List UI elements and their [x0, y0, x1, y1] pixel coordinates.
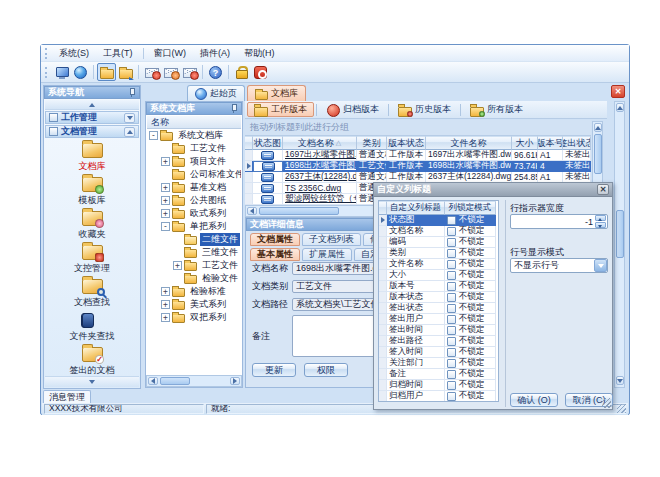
mail-receive-button[interactable] — [161, 63, 180, 81]
expander-plus-icon[interactable]: + — [161, 313, 170, 322]
sidebar-item-checked-out[interactable]: ✓签出的文档 — [45, 343, 139, 375]
tab-message-manager[interactable]: 消息管理 — [43, 390, 91, 403]
globe-button[interactable] — [71, 63, 90, 81]
scroll-down-arrow[interactable] — [616, 376, 624, 385]
tab-all-versions[interactable]: 所有版本 — [463, 102, 530, 117]
tab-history-version[interactable]: 历史版本 — [391, 102, 458, 117]
checkbox-unchecked-icon[interactable] — [447, 381, 456, 390]
dialog-grid-row[interactable]: 归档用户不锁定 — [379, 391, 498, 402]
tree-node[interactable]: 二维文件 — [147, 233, 241, 246]
checkbox-unchecked-icon[interactable] — [447, 227, 456, 236]
dialog-resize-grip[interactable] — [601, 398, 611, 408]
menu-item-3[interactable]: 窗口(W) — [147, 45, 194, 62]
spin-down-icon[interactable] — [595, 222, 606, 228]
detail-subtab-扩展属性[interactable]: 扩展属性 — [302, 248, 352, 261]
scroll-thumb[interactable] — [259, 207, 339, 215]
sidebar-item-library[interactable]: 文档库 — [45, 139, 139, 173]
tree-node[interactable]: 检验文件 — [147, 272, 241, 285]
checkbox-unchecked-icon[interactable] — [447, 392, 456, 401]
dialog-grid-row[interactable]: 状态图不锁定 — [379, 215, 498, 226]
detail-subtab-基本属性[interactable]: 基本属性 — [250, 248, 300, 261]
nav-group-docs[interactable]: 文档管理 — [45, 125, 139, 138]
help-button[interactable] — [206, 63, 225, 81]
dialog-grid-row[interactable]: 编码不锁定 — [379, 237, 498, 248]
expander-plus-icon[interactable]: + — [161, 183, 170, 192]
checkbox-unchecked-icon[interactable] — [447, 304, 456, 313]
menu-item-1[interactable]: 系统(S) — [52, 45, 96, 62]
expander-plus-icon[interactable]: + — [161, 287, 170, 296]
checkbox-unchecked-icon[interactable] — [447, 260, 456, 269]
nav-scroll-up[interactable] — [45, 100, 139, 110]
column-header-5[interactable]: 文件名称 — [426, 136, 512, 150]
pin-icon[interactable] — [229, 104, 238, 113]
checkbox-unchecked-icon[interactable] — [447, 315, 456, 324]
spin-up-icon[interactable] — [595, 215, 606, 221]
ok-button[interactable]: 确认 (O) — [510, 393, 558, 407]
dialog-grid-row[interactable]: 签出用户不锁定 — [379, 314, 498, 325]
table-row[interactable]: 1698出水嘴零件图.dwg工艺文件工作版本1698出水嘴零件图.dwg73.7… — [245, 161, 591, 172]
sidebar-item-favorites[interactable]: 收藏夹 — [45, 207, 139, 241]
checkbox-unchecked-icon[interactable] — [447, 326, 456, 335]
tree-node[interactable]: +基准文档 — [147, 181, 241, 194]
row-indicator-width-spinner[interactable]: -1 — [510, 214, 608, 229]
checkbox-unchecked-icon[interactable] — [447, 370, 456, 379]
close-document-button[interactable]: ✕ — [611, 85, 625, 98]
dialog-title-bar[interactable]: 自定义列标题 ✕ — [374, 183, 612, 197]
expander-plus-icon[interactable]: + — [161, 300, 170, 309]
tab-archive-version[interactable]: 归档版本 — [319, 102, 386, 117]
dialog-grid-row[interactable]: 文档名称不锁定 — [379, 226, 498, 237]
scroll-left-arrow[interactable] — [148, 377, 158, 385]
outer-vscrollbar[interactable] — [614, 101, 625, 388]
dialog-grid-row[interactable]: 版本状态不锁定 — [379, 292, 498, 303]
column-header-8[interactable]: 签出状态 — [563, 136, 591, 150]
tree-node[interactable]: 公司标准文件 — [147, 168, 241, 181]
tree-node[interactable]: +项目文件 — [147, 155, 241, 168]
scroll-up-arrow[interactable] — [594, 123, 602, 132]
pin-icon[interactable] — [127, 88, 136, 97]
tree-node[interactable]: +检验标准 — [147, 285, 241, 298]
dialog-grid-row[interactable]: 签入时间不锁定 — [379, 347, 498, 358]
column-header-6[interactable]: 大小 — [512, 136, 538, 150]
tree-hscrollbar[interactable] — [146, 375, 242, 387]
tree-node[interactable]: +双把系列 — [147, 311, 241, 324]
scroll-left-arrow[interactable] — [247, 207, 257, 215]
nav-group-toggle[interactable] — [124, 127, 135, 137]
expander-plus-icon[interactable]: + — [173, 261, 182, 270]
dialog-grid-row[interactable]: 签出路径不锁定 — [379, 336, 498, 347]
menu-item-5[interactable]: 帮助(H) — [237, 45, 282, 62]
scroll-right-arrow[interactable] — [230, 377, 240, 385]
sidebar-item-doc-control[interactable]: 文控管理 — [45, 241, 139, 275]
scroll-thumb[interactable] — [616, 210, 624, 258]
tree-node[interactable]: 三维文件 — [147, 246, 241, 259]
dialog-column-header-1[interactable]: 自定义列标题 — [387, 201, 445, 215]
drag-grip[interactable] — [45, 67, 48, 78]
dialog-grid-row[interactable]: 大小不锁定 — [379, 270, 498, 281]
tree-node[interactable]: +工艺文件 — [147, 259, 241, 272]
sidebar-item-folder-search[interactable]: 文件夹查找 — [45, 309, 139, 343]
column-header-7[interactable]: 版本号 — [538, 136, 563, 150]
detail-tab-文档属性[interactable]: 文档属性 — [250, 233, 300, 246]
dialog-grid-row[interactable]: 备注不锁定 — [379, 369, 498, 380]
tab-work-version[interactable]: 工作版本 — [247, 102, 314, 117]
dialog-grid-row[interactable]: 关注部门不锁定 — [379, 358, 498, 369]
expander-plus-icon[interactable]: + — [161, 157, 170, 166]
detail-tab-子文档列表[interactable]: 子文档列表 — [302, 233, 361, 246]
nav-scroll-down[interactable] — [45, 376, 139, 387]
checkbox-unchecked-icon[interactable] — [447, 249, 456, 258]
tab-library[interactable]: 文档库 — [247, 85, 306, 101]
tree-node[interactable]: -单把系列 — [147, 220, 241, 233]
dialog-grid-row[interactable]: 归档时间不锁定 — [379, 380, 498, 391]
scroll-thumb[interactable] — [160, 377, 190, 385]
dialog-grid-row[interactable]: 类别不锁定 — [379, 248, 498, 259]
group-by-bar[interactable]: 拖动列标题到此进行分组 — [245, 120, 591, 136]
menu-item-4[interactable]: 插件(A) — [193, 45, 237, 62]
tree-node[interactable]: +美式系列 — [147, 298, 241, 311]
monitor-button[interactable] — [52, 63, 71, 81]
tree-node[interactable]: 工艺文件 — [147, 142, 241, 155]
column-header-3[interactable]: 类别 — [357, 136, 387, 150]
expander-plus-icon[interactable]: + — [161, 209, 170, 218]
dialog-grid-row[interactable]: 签出状态不锁定 — [379, 303, 498, 314]
sidebar-item-template-library[interactable]: 模板库 — [45, 173, 139, 207]
lock-button[interactable] — [232, 63, 251, 81]
nav-group-toggle[interactable] — [124, 113, 135, 123]
